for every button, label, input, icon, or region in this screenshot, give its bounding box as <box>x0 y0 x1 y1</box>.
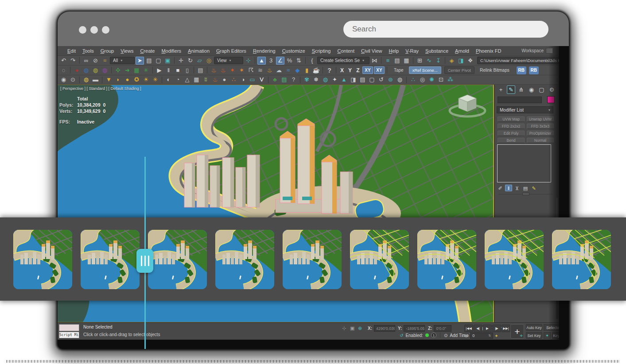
isolate-selection-icon[interactable]: ⊹ <box>342 325 346 331</box>
bind-to-space-warp-icon[interactable]: ≈ <box>101 57 109 65</box>
axis-constraint[interactable]: X <box>338 67 346 74</box>
purple-orb-icon[interactable]: ◍ <box>101 66 109 74</box>
go-to-end-button[interactable]: ▶▶| <box>502 325 510 332</box>
remove-modifier-icon[interactable]: ▤ <box>522 185 529 191</box>
schematic-view-icon[interactable]: ↧ <box>434 57 443 65</box>
modifier-preset-button[interactable]: ProOptimizer <box>527 131 554 136</box>
spinner-snap-icon[interactable]: ⇅ <box>295 57 303 65</box>
menu-item[interactable]: Scripting <box>312 48 331 54</box>
set-key-icon[interactable]: ✦ <box>544 332 551 339</box>
project-path-dropdown[interactable]: C:\Users\Anwar Faheem\Documents\3ds Max … <box>477 57 559 64</box>
cloud-icon[interactable]: ☁ <box>275 66 283 74</box>
particle-target-icon[interactable]: ◎ <box>418 76 427 84</box>
absolute-mode-icon[interactable]: ⊕ <box>358 325 362 331</box>
named-selection-set-dropdown[interactable]: Create Selection Se▾ <box>317 57 369 64</box>
help-icon[interactable]: ? <box>325 66 334 74</box>
fire-2-icon[interactable]: ♨ <box>219 66 227 74</box>
swirl-icon[interactable]: ☈ <box>247 66 255 74</box>
x-coordinate-field[interactable]: 4290'0.039 <box>374 325 395 332</box>
mirror-icon[interactable]: ⋈ <box>370 57 379 65</box>
clapper-icon[interactable]: ▬ <box>91 76 100 84</box>
window-dot-3[interactable] <box>102 26 109 34</box>
rb-button[interactable]: RB <box>529 66 539 74</box>
menu-item[interactable]: Modifiers <box>161 48 181 54</box>
auto-key-button[interactable]: Auto Key <box>526 324 542 331</box>
frame-thumbnail-3[interactable] <box>148 230 207 289</box>
make-unique-icon[interactable]: ⊻ <box>513 185 521 191</box>
show-end-result-icon[interactable]: ‖ <box>505 185 512 191</box>
sphere-light-icon[interactable]: ● <box>123 76 132 84</box>
physical-camera-icon[interactable]: ◉ <box>59 76 68 84</box>
select-by-name-icon[interactable]: ▤ <box>145 57 153 65</box>
spark-icon[interactable]: ✦ <box>330 76 339 84</box>
moon-icon[interactable]: ◑ <box>239 76 247 84</box>
screen-icon[interactable]: ▭ <box>248 76 257 84</box>
frame-thumbnail-8[interactable] <box>485 230 544 289</box>
stack-icon[interactable]: ▤ <box>358 76 367 84</box>
burn-hand-icon[interactable]: ✶ <box>228 66 237 74</box>
workspace-selector-icon[interactable] <box>546 48 553 54</box>
modify-tab-icon[interactable]: ✎ <box>507 85 515 94</box>
render-globe-icon[interactable]: ◐ <box>164 76 173 84</box>
target-camera-icon[interactable]: ⊙ <box>69 76 77 84</box>
material-editor-icon[interactable]: ◈ <box>447 57 456 65</box>
next-frame-button[interactable]: |▶ <box>492 325 501 332</box>
modifier-preset-button[interactable]: Bend <box>498 138 525 143</box>
maxscript-mini-listener[interactable]: Script Mi <box>59 332 79 338</box>
triangle-tool-icon[interactable]: △ <box>183 76 191 84</box>
smoke-icon[interactable]: ≋ <box>256 66 264 74</box>
green-cross-icon[interactable]: ✣ <box>114 66 122 74</box>
modifier-list-dropdown[interactable]: Modifier List ▾ <box>497 106 553 113</box>
configure-sets-icon[interactable]: ✎ <box>530 185 537 191</box>
star-light-icon[interactable]: ✳ <box>151 76 159 84</box>
rotate-icon[interactable]: ↻ <box>186 57 194 65</box>
menu-item[interactable]: Help <box>389 48 399 54</box>
particle-box-icon[interactable]: ⊡ <box>437 76 445 84</box>
curve-editor-icon[interactable]: ∿ <box>425 57 433 65</box>
center-pivot-button[interactable]: Center Pivot <box>444 66 474 74</box>
unlink-selection-icon[interactable]: ⊘ <box>91 57 100 65</box>
select-object-icon[interactable]: ➤ <box>136 57 144 65</box>
layer-manager-icon[interactable]: ▤ <box>393 57 401 65</box>
scene-explorer-icon[interactable]: ▦ <box>402 57 411 65</box>
yellow-orb-icon[interactable]: ◍ <box>91 66 100 74</box>
tape-tool-button[interactable]: Tape <box>389 68 408 73</box>
frame-thumbnail-4[interactable] <box>215 230 274 289</box>
teapot-icon[interactable]: ◍ <box>396 76 404 84</box>
ribbon-toggle-icon[interactable]: ⊞ <box>416 57 424 65</box>
menu-item[interactable]: Customize <box>282 48 305 54</box>
help-circle-icon[interactable]: ? <box>289 76 298 84</box>
pin-stack-icon[interactable]: ✐ <box>497 185 504 191</box>
bulb-icon[interactable]: ◍ <box>321 76 330 84</box>
flower-icon[interactable]: ✾ <box>303 76 311 84</box>
current-frame-field[interactable]: 0 ⇅ <box>470 333 493 339</box>
selection-filter-dropdown[interactable]: All▾ <box>110 57 135 64</box>
coordinate-system-dropdown[interactable]: View▾ <box>214 57 243 64</box>
fire-frame-icon[interactable]: ♨ <box>211 76 219 84</box>
frame-thumbnail-9[interactable] <box>552 230 611 289</box>
previous-frame-button[interactable]: ◀| <box>474 325 482 332</box>
play-button[interactable]: ▶ <box>483 325 492 332</box>
menu-item[interactable]: Content <box>337 48 354 54</box>
menu-item[interactable]: Graph Editors <box>216 48 246 54</box>
frame-thumbnail-6[interactable] <box>350 230 409 289</box>
menu-item[interactable]: Create <box>140 48 155 54</box>
placement-icon[interactable]: ◎ <box>205 57 213 65</box>
hierarchy-tab-icon[interactable]: ⋔ <box>517 85 525 94</box>
modifier-preset-button[interactable]: FFD 3x3x3 <box>527 124 554 129</box>
menu-item[interactable]: Views <box>121 48 133 54</box>
axis-constraint[interactable]: Z <box>354 67 362 74</box>
modifier-preset-button[interactable]: Unwrap UVW <box>527 116 554 122</box>
water-orb-icon[interactable]: ◍ <box>82 66 90 74</box>
particles-icon[interactable]: ∴ <box>409 76 417 84</box>
go-to-start-button[interactable]: |◀◀ <box>464 325 473 332</box>
ocean-icon[interactable]: ≈ <box>284 66 292 74</box>
render-setup-icon[interactable]: ◨ <box>457 57 465 65</box>
half-square-icon[interactable]: ◨ <box>349 76 358 84</box>
dome-light-icon[interactable]: ◗ <box>114 76 122 84</box>
maxscript-listener-pink[interactable] <box>59 324 79 331</box>
snap-toggle-3d-icon[interactable]: 3 <box>267 57 275 65</box>
undo-icon[interactable]: ↶ <box>59 57 68 65</box>
green-burst-icon[interactable]: ✳ <box>142 66 150 74</box>
z-coordinate-field[interactable]: 0'0.0" <box>434 325 451 332</box>
